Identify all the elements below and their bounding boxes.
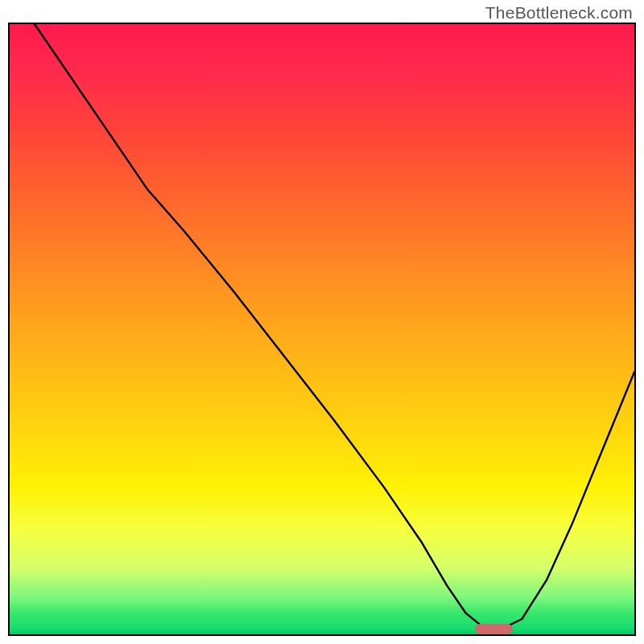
optimal-range-marker bbox=[475, 624, 513, 634]
watermark-text: TheBottleneck.com bbox=[485, 3, 633, 23]
chart-frame bbox=[8, 23, 636, 636]
bottleneck-curve bbox=[10, 24, 634, 634]
